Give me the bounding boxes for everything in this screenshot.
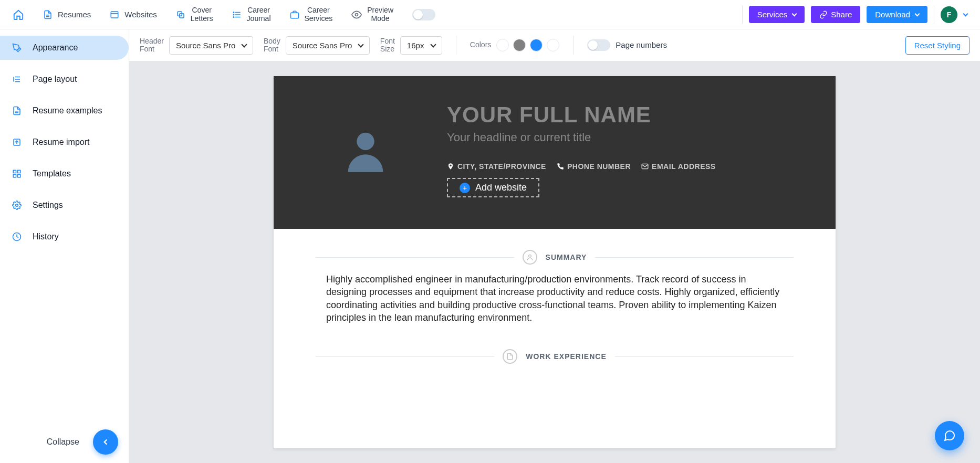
nav-label: Career Services bbox=[305, 6, 333, 23]
sidebar-item-label: Appearance bbox=[33, 43, 78, 52]
sidebar-item-page-layout[interactable]: Page layout bbox=[0, 67, 129, 91]
svg-rect-12 bbox=[290, 13, 298, 18]
add-website-button[interactable]: + Add website bbox=[447, 178, 539, 197]
resume-headline[interactable]: Your headline or current title bbox=[447, 131, 716, 144]
appearance-toolbar: Header Font Source Sans Pro Body Font So… bbox=[129, 29, 980, 61]
sidebar-item-templates[interactable]: Templates bbox=[0, 162, 129, 186]
location-icon bbox=[447, 163, 454, 170]
sidebar-item-label: Page layout bbox=[33, 75, 77, 84]
contact-email[interactable]: EMAIL ADDRESS bbox=[641, 162, 716, 171]
reset-styling-button[interactable]: Reset Styling bbox=[905, 36, 969, 55]
chat-fab[interactable] bbox=[935, 421, 964, 450]
list-icon bbox=[232, 10, 242, 19]
nav-websites[interactable]: Websites bbox=[110, 10, 157, 19]
contact-phone[interactable]: PHONE NUMBER bbox=[557, 162, 631, 171]
photo-placeholder[interactable] bbox=[337, 124, 394, 176]
user-menu[interactable]: F bbox=[941, 6, 967, 23]
colors-label: Colors bbox=[470, 41, 491, 49]
sidebar-item-label: Resume examples bbox=[33, 106, 102, 115]
button-label: Download bbox=[875, 10, 910, 19]
nav-career-services[interactable]: Career Services bbox=[290, 6, 333, 23]
chevron-left-icon bbox=[101, 437, 110, 447]
plus-icon: + bbox=[460, 183, 470, 193]
sidebar-item-label: Resume import bbox=[33, 138, 89, 147]
editor-canvas: YOUR FULL NAME Your headline or current … bbox=[129, 61, 980, 463]
header-font-label: Header Font bbox=[140, 37, 164, 54]
sidebar-item-resume-examples[interactable]: Resume examples bbox=[0, 99, 129, 123]
nav-preview-mode[interactable]: Preview Mode bbox=[351, 6, 393, 23]
svg-rect-24 bbox=[18, 175, 20, 177]
sidebar-item-settings[interactable]: Settings bbox=[0, 193, 129, 217]
briefcase-icon bbox=[290, 10, 299, 19]
chevron-down-icon bbox=[241, 41, 247, 47]
svg-rect-22 bbox=[18, 170, 20, 173]
top-navbar: Resumes Websites Cover Letters Career Jo… bbox=[0, 0, 980, 29]
nav-label: Career Journal bbox=[247, 6, 271, 23]
add-website-label: Add website bbox=[475, 182, 527, 193]
resume-name[interactable]: YOUR FULL NAME bbox=[447, 102, 716, 128]
color-swatch[interactable] bbox=[513, 39, 526, 51]
person-outline-icon bbox=[523, 250, 537, 265]
copy-icon bbox=[176, 10, 185, 19]
header-font-select[interactable]: Source Sans Pro bbox=[169, 36, 253, 55]
button-label: Services bbox=[757, 10, 788, 19]
browser-icon bbox=[110, 10, 119, 19]
svg-rect-2 bbox=[111, 12, 119, 18]
button-label: Share bbox=[831, 10, 852, 19]
avatar: F bbox=[941, 6, 957, 23]
font-size-label: Font Size bbox=[380, 37, 395, 54]
link-icon bbox=[819, 10, 828, 19]
color-swatch[interactable] bbox=[530, 39, 543, 51]
services-button[interactable]: Services bbox=[749, 6, 805, 23]
sidebar-item-label: Templates bbox=[33, 169, 71, 178]
resume-header-block[interactable]: YOUR FULL NAME Your headline or current … bbox=[274, 76, 836, 229]
nav-label: Preview Mode bbox=[367, 6, 393, 23]
svg-point-25 bbox=[16, 204, 18, 207]
sidebar-item-resume-import[interactable]: Resume import bbox=[0, 130, 129, 154]
share-button[interactable]: Share bbox=[811, 6, 860, 23]
layout-icon bbox=[12, 75, 22, 84]
chat-icon bbox=[943, 429, 956, 442]
select-value: 16px bbox=[407, 41, 424, 50]
select-value: Source Sans Pro bbox=[176, 41, 235, 50]
svg-point-10 bbox=[233, 14, 234, 15]
contact-location[interactable]: CITY, STATE/PROVINCE bbox=[447, 162, 546, 171]
svg-rect-23 bbox=[13, 175, 16, 177]
font-size-select[interactable]: 16px bbox=[400, 36, 442, 55]
email-icon bbox=[641, 163, 649, 170]
grid-icon bbox=[12, 169, 22, 178]
gear-icon bbox=[12, 201, 22, 210]
collapse-sidebar-button[interactable] bbox=[93, 429, 118, 455]
document-outline-icon bbox=[503, 349, 517, 364]
page-numbers-label: Page numbers bbox=[616, 41, 667, 50]
download-button[interactable]: Download bbox=[867, 6, 927, 23]
phone-icon bbox=[557, 163, 564, 170]
resume-page[interactable]: YOUR FULL NAME Your headline or current … bbox=[274, 76, 836, 448]
summary-text[interactable]: Highly accomplished engineer in manufact… bbox=[274, 273, 836, 345]
section-header-work: WORK EXPERIENCE bbox=[274, 345, 836, 372]
nav-label: Websites bbox=[124, 10, 157, 19]
nav-label: Resumes bbox=[58, 10, 91, 19]
nav-label: Cover Letters bbox=[191, 6, 213, 23]
nav-resumes[interactable]: Resumes bbox=[43, 10, 91, 19]
clock-icon bbox=[12, 232, 22, 241]
svg-point-9 bbox=[233, 12, 234, 13]
sidebar-item-label: Settings bbox=[33, 201, 63, 210]
body-font-select[interactable]: Source Sans Pro bbox=[286, 36, 370, 55]
home-icon[interactable] bbox=[13, 9, 24, 20]
nav-cover-letters[interactable]: Cover Letters bbox=[176, 6, 213, 23]
file-icon bbox=[12, 106, 22, 115]
page-numbers-toggle[interactable] bbox=[587, 39, 610, 51]
sidebar-item-appearance[interactable]: Appearance bbox=[0, 36, 129, 60]
preview-mode-toggle[interactable] bbox=[412, 9, 435, 20]
person-icon bbox=[339, 124, 392, 176]
sidebar-item-label: History bbox=[33, 232, 59, 241]
color-swatch[interactable] bbox=[547, 39, 559, 51]
collapse-label: Collapse bbox=[11, 437, 85, 447]
sidebar: Appearance Page layout Resume examples bbox=[0, 29, 129, 463]
color-swatch[interactable] bbox=[496, 39, 509, 51]
nav-career-journal[interactable]: Career Journal bbox=[232, 6, 271, 23]
eye-icon bbox=[351, 9, 362, 20]
sidebar-item-history[interactable]: History bbox=[0, 225, 129, 249]
section-header-summary: SUMMARY bbox=[274, 229, 836, 273]
